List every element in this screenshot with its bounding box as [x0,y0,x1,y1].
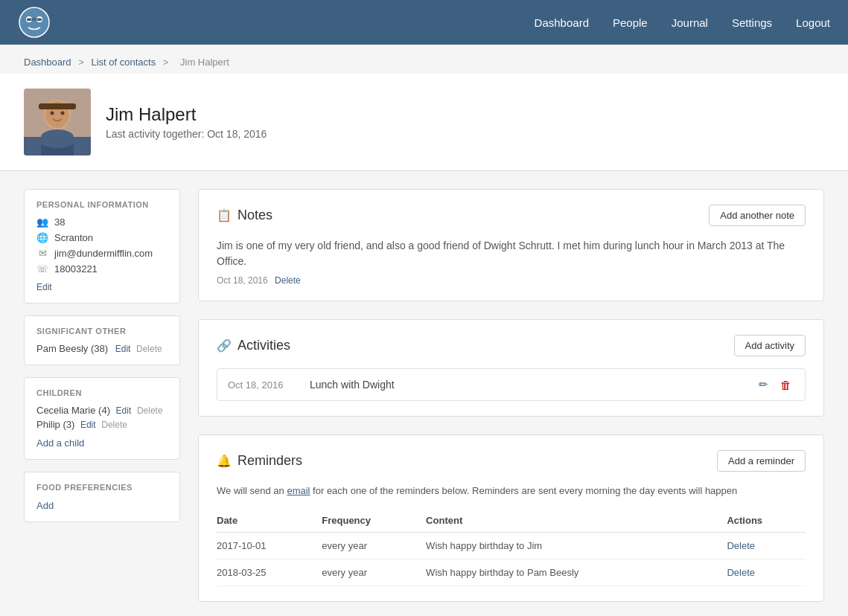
note-delete[interactable]: Delete [275,275,301,286]
nav-dashboard[interactable]: Dashboard [535,16,589,29]
main-layout: Personal Information 👥 38 🌐 Scranton ✉ j… [0,171,848,616]
nav-links: Dashboard People Journal Settings Logout [535,16,830,29]
breadcrumb-sep-1: > [78,57,84,68]
reminders-table-head: Date Frequency Content Actions [217,510,806,533]
reminders-icon: 🔔 [217,454,232,468]
child-2-edit[interactable]: Edit [80,420,96,430]
profile-info: Jim Halpert Last activity together: Oct … [106,104,267,140]
add-activity-button[interactable]: Add activity [734,335,806,356]
note-meta: Oct 18, 2016 Delete [217,275,806,286]
child-row-2: Philip (3) Edit Delete [36,419,168,430]
reminder-content-2: Wish happy birthday to Pam Beesly [426,559,727,585]
food-preferences-card: Food Preferencies Add [24,472,180,522]
email-value: jim@dundermifflin.com [54,248,153,259]
profile-name: Jim Halpert [106,104,267,125]
child-2-name: Philip (3) [36,419,74,430]
breadcrumb: Dashboard > List of contacts > Jim Halpe… [0,45,848,74]
profile-header: Jim Halpert Last activity together: Oct … [0,74,848,171]
content: 📋 Notes Add another note Jim is one of m… [198,189,824,602]
significant-other-row: Pam Beesly (38) Edit Delete [36,343,168,354]
food-preferences-add[interactable]: Add [36,500,54,511]
location-icon: 🌐 [36,232,48,243]
significant-other-edit[interactable]: Edit [115,344,131,354]
reminder-freq-2: every year [322,559,426,585]
add-child-link[interactable]: Add a child [36,437,84,449]
svg-point-13 [41,129,74,144]
logo [18,6,51,39]
reminders-card: 🔔 Reminders Add a reminder We will send … [198,434,824,602]
child-1-name: Cecelia Marie (4) [36,405,110,416]
significant-other-card: Significant Other Pam Beesly (38) Edit D… [24,315,180,365]
reminder-note-text: We will send an email for each one of th… [217,484,806,498]
navbar: Dashboard People Journal Settings Logout [0,0,848,45]
col-actions: Actions [727,510,806,533]
nav-logout[interactable]: Logout [796,16,830,29]
notes-icon: 📋 [217,208,232,222]
reminder-date-1: 2017-10-01 [217,532,322,559]
reminder-delete-1[interactable]: Delete [727,540,755,551]
child-2-delete[interactable]: Delete [101,420,127,430]
col-content: Content [426,510,727,533]
significant-other-name: Pam Beesly (38) [36,343,108,354]
activity-date-1: Oct 18, 2016 [228,379,295,391]
profile-last-activity: Last activity together: Oct 18, 2016 [106,128,267,140]
activity-name-1: Lunch with Dwight [310,379,741,391]
reminder-email-link[interactable]: email [287,485,310,496]
phone-icon: ☏ [36,263,48,275]
breadcrumb-dashboard[interactable]: Dashboard [24,57,71,68]
children-card: Children Cecelia Marie (4) Edit Delete P… [24,377,180,460]
reminder-date-2: 2018-03-25 [217,559,322,585]
phone-value: 18003221 [54,263,98,275]
notes-header: 📋 Notes Add another note [217,205,806,226]
email-row: ✉ jim@dundermifflin.com [36,248,168,259]
note-text: Jim is one of my very old friend, and al… [217,238,806,269]
col-date: Date [217,510,322,533]
svg-rect-5 [27,18,42,21]
add-reminder-button[interactable]: Add a reminder [717,450,806,472]
children-heading: Children [36,388,168,397]
child-1-edit[interactable]: Edit [116,405,132,416]
reminders-table-body: 2017-10-01 every year Wish happy birthda… [217,532,806,585]
activities-card: 🔗 Activities Add activity Oct 18, 2016 L… [198,319,824,417]
sidebar: Personal Information 👥 38 🌐 Scranton ✉ j… [24,189,180,602]
breadcrumb-sep-2: > [163,57,169,68]
svg-point-10 [51,112,54,115]
reminders-title: 🔔 Reminders [217,453,302,469]
reminder-row-2: 2018-03-25 every year Wish happy birthda… [217,559,806,585]
location-row: 🌐 Scranton [36,232,168,243]
breadcrumb-contacts[interactable]: List of contacts [91,57,156,68]
age-icon: 👥 [36,216,48,228]
svg-point-11 [61,112,65,115]
notes-heading: Notes [237,208,272,223]
activity-delete-1[interactable]: 🗑 [777,376,794,393]
svg-rect-14 [39,103,76,109]
notes-title: 📋 Notes [217,208,272,223]
activity-actions-1: ✏ 🗑 [756,376,794,393]
activities-heading: Activities [237,338,290,353]
reminder-freq-1: every year [322,532,426,559]
reminder-row-1: 2017-10-01 every year Wish happy birthda… [217,532,806,559]
age-row: 👥 38 [36,216,168,228]
avatar [24,89,91,155]
child-row-1: Cecelia Marie (4) Edit Delete [36,405,168,416]
child-1-delete[interactable]: Delete [137,405,163,416]
add-note-button[interactable]: Add another note [709,205,806,226]
nav-settings[interactable]: Settings [732,16,772,29]
col-frequency: Frequency [322,510,426,533]
nav-people[interactable]: People [613,16,648,29]
significant-other-delete[interactable]: Delete [136,344,162,354]
personal-info-card: Personal Information 👥 38 🌐 Scranton ✉ j… [24,189,180,304]
activities-title: 🔗 Activities [217,338,290,353]
notes-card: 📋 Notes Add another note Jim is one of m… [198,189,824,301]
location-value: Scranton [54,232,93,243]
personal-info-heading: Personal Information [36,200,168,209]
activity-edit-1[interactable]: ✏ [756,376,771,393]
nav-journal[interactable]: Journal [672,16,708,29]
email-icon: ✉ [36,248,48,259]
personal-info-edit[interactable]: Edit [36,282,52,292]
activity-row-1: Oct 18, 2016 Lunch with Dwight ✏ 🗑 [217,368,806,401]
reminders-heading: Reminders [237,453,302,469]
reminder-content-1: Wish happy birthday to Jim [426,532,727,559]
breadcrumb-current: Jim Halpert [180,57,229,68]
reminder-delete-2[interactable]: Delete [727,567,755,578]
